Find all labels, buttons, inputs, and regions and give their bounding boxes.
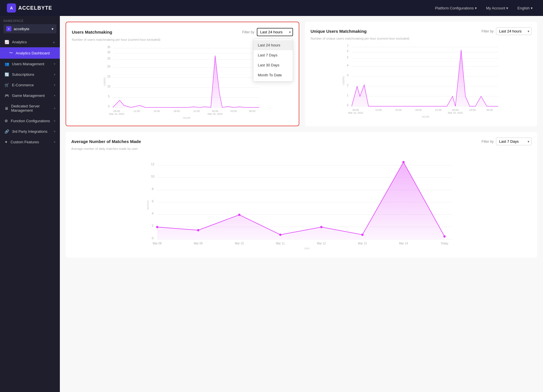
svg-text:0: 0 <box>347 104 348 107</box>
logo-icon: A <box>7 3 16 13</box>
avg-matches-filter-wrapper: Last 7 Days Last 24 hours Last 30 Days M… <box>496 138 532 145</box>
ecommerce-icon: 🛒 <box>5 83 9 87</box>
logo-text: ACCELBYTE <box>18 5 52 11</box>
avg-matches-subtitle: Average number of daily matches made by … <box>71 147 532 150</box>
sidebar-item-subscriptions[interactable]: 🔄 Subscriptions ▾ <box>0 69 60 80</box>
svg-text:12:00: 12:00 <box>375 109 382 111</box>
svg-text:2: 2 <box>347 84 348 87</box>
avg-matches-svg: 0 2 4 6 8 10 12 MATCH <box>71 154 532 251</box>
svg-point-79 <box>361 234 364 236</box>
svg-text:Mar 15, 2022: Mar 15, 2022 <box>448 111 463 114</box>
sidebar-label-analytics-dashboard: Analytics Dashboard <box>16 51 50 55</box>
svg-marker-73 <box>157 162 445 239</box>
layout: NAMESPACE ≡ accelbyte ▾ 📈 Analytics ▲ <box>0 16 543 392</box>
avg-matches-chart: 0 2 4 6 8 10 12 MATCH <box>71 154 532 252</box>
avg-matches-filter-select[interactable]: Last 7 Days Last 24 hours Last 30 Days M… <box>496 138 532 145</box>
dropdown-item-24h[interactable]: Last 24 hours <box>253 40 293 50</box>
svg-text:09:00: 09:00 <box>113 110 120 113</box>
svg-text:2: 2 <box>152 224 153 227</box>
svg-text:Today: Today <box>441 242 448 245</box>
top-navigation: A ACCELBYTE Platform Configurations ▾ My… <box>0 0 543 16</box>
game-chevron-icon: ▾ <box>54 94 55 97</box>
dashboard-icon: 〜 <box>9 50 13 56</box>
svg-text:Mar 11: Mar 11 <box>276 242 285 245</box>
svg-text:25: 25 <box>107 57 111 60</box>
unique-users-filter-row: Filter by Last 24 hours Last 7 Days Last… <box>481 27 532 35</box>
my-account-button[interactable]: My Account ▾ <box>483 4 512 12</box>
svg-text:Mar 14, 2022: Mar 14, 2022 <box>348 111 363 114</box>
unique-users-filter-select[interactable]: Last 24 hours Last 7 Days Last 30 Days M… <box>496 27 532 35</box>
sidebar-item-users-management[interactable]: 👥 Users Management ▾ <box>0 59 60 69</box>
dropdown-item-7d[interactable]: Last 7 Days <box>253 50 293 60</box>
subscriptions-chevron-icon: ▾ <box>54 73 55 76</box>
svg-text:4: 4 <box>347 64 348 67</box>
sidebar-section: 📈 Analytics ▲ 〜 Analytics Dashboard 👥 Us… <box>0 36 60 148</box>
svg-text:35: 35 <box>107 46 111 49</box>
svg-text:8: 8 <box>152 187 153 191</box>
users-matchmaking-filter-row: Filter by Last 24 hours Last 7 Days Last… <box>242 28 293 36</box>
users-matchmaking-header: Users Matchmaking Filter by Last 24 hour… <box>72 28 293 36</box>
sidebar-label-game: Game Management <box>12 93 45 98</box>
users-matchmaking-dropdown[interactable]: Last 24 hours Last 7 Days Last 30 Days M… <box>253 39 293 81</box>
svg-text:21:00: 21:00 <box>193 110 200 113</box>
users-icon: 👥 <box>5 62 9 66</box>
logo-area: A ACCELBYTE <box>7 3 52 13</box>
svg-text:Mar 15, 2022: Mar 15, 2022 <box>208 113 223 115</box>
svg-text:Mar 08: Mar 08 <box>153 242 162 245</box>
svg-text:0: 0 <box>108 105 110 108</box>
sidebar-item-ecommerce[interactable]: 🛒 E-Commerce ▾ <box>0 80 60 90</box>
svg-text:6: 6 <box>347 50 348 53</box>
sidebar-item-custom-features[interactable]: ✦ Custom Features ▾ <box>0 137 60 147</box>
dropdown-item-mtd[interactable]: Month To Date <box>253 70 293 80</box>
svg-text:Mar 10: Mar 10 <box>235 242 244 245</box>
svg-text:20: 20 <box>107 65 111 68</box>
game-icon: 🎮 <box>5 93 9 98</box>
sidebar-label-analytics: Analytics <box>12 40 27 44</box>
avg-matches-filter-label: Filter by <box>481 140 494 144</box>
namespace-value: accelbyte <box>14 27 29 31</box>
analytics-icon: 📈 <box>5 40 9 44</box>
language-button[interactable]: English ▾ <box>514 4 536 12</box>
namespace-select[interactable]: ≡ accelbyte ▾ <box>3 24 56 33</box>
svg-text:0: 0 <box>152 236 153 240</box>
svg-point-75 <box>197 229 200 231</box>
svg-point-81 <box>444 235 446 238</box>
ecommerce-chevron-icon: ▾ <box>54 83 55 87</box>
svg-text:4: 4 <box>152 212 153 215</box>
sidebar-item-function-configurations[interactable]: ⚙ Function Configurations ▾ <box>0 116 60 126</box>
svg-text:3: 3 <box>347 74 348 77</box>
svg-text:7: 7 <box>347 44 348 48</box>
custom-chevron-icon: ▾ <box>54 140 55 144</box>
svg-text:06:00: 06:00 <box>249 110 255 113</box>
unique-users-filter-label: Filter by <box>481 29 494 33</box>
top-nav-right: Platform Configurations ▾ My Account ▾ E… <box>432 4 536 12</box>
sidebar-label-users: Users Management <box>12 62 44 66</box>
svg-text:03:00: 03:00 <box>469 109 476 111</box>
svg-text:00:00: 00:00 <box>212 110 218 113</box>
svg-text:06:00: 06:00 <box>486 109 493 111</box>
unique-users-subtitle: Number of unique users matchmaking per h… <box>311 37 532 40</box>
sidebar-item-3rd-party[interactable]: 🔗 3rd Party Integrations ▾ <box>0 126 60 137</box>
svg-text:18:00: 18:00 <box>173 110 180 113</box>
function-chevron-icon: ▾ <box>54 119 55 122</box>
svg-text:03:00: 03:00 <box>230 110 237 113</box>
sidebar-item-game-management[interactable]: 🎮 Game Management ▾ <box>0 90 60 101</box>
charts-top-row: Users Matchmaking Filter by Last 24 hour… <box>66 22 537 126</box>
dropdown-item-30d[interactable]: Last 30 Days <box>253 60 293 70</box>
platform-configurations-button[interactable]: Platform Configurations ▾ <box>432 4 480 12</box>
unique-users-header: Unique Users Matchmaking Filter by Last … <box>311 27 532 35</box>
svg-text:MATCH: MATCH <box>147 201 149 209</box>
svg-text:12: 12 <box>151 162 154 166</box>
svg-text:12:00: 12:00 <box>133 110 140 113</box>
users-matchmaking-filter-select[interactable]: Last 24 hours Last 7 Days Last 30 Days M… <box>257 28 293 36</box>
svg-marker-17 <box>113 56 259 107</box>
sidebar-item-analytics[interactable]: 📈 Analytics ▲ <box>0 37 60 47</box>
sidebar-item-analytics-dashboard[interactable]: 〜 Analytics Dashboard <box>0 47 60 59</box>
users-matchmaking-filter-wrapper: Last 24 hours Last 7 Days Last 30 Days M… <box>257 28 293 36</box>
analytics-chevron-icon: ▲ <box>52 40 55 44</box>
users-chevron-icon: ▾ <box>54 62 55 66</box>
sidebar-item-dedicated-server[interactable]: 🖥 Dedicated Server Management ▾ <box>0 101 60 116</box>
svg-text:30: 30 <box>107 51 111 54</box>
unique-users-title: Unique Users Matchmaking <box>311 29 367 34</box>
svg-text:DAY: DAY <box>305 247 310 250</box>
